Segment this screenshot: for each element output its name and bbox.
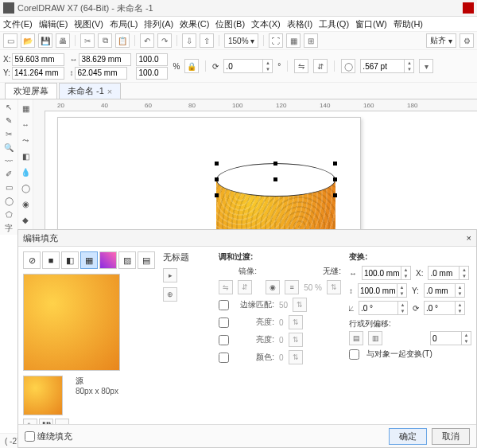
polygon-tool-icon[interactable]: ⬠ bbox=[2, 208, 16, 220]
opacity-stepper[interactable]: ⇅ bbox=[327, 280, 341, 294]
rotation-input[interactable]: ▲▼ bbox=[223, 59, 273, 73]
menu-help[interactable]: 帮助(H) bbox=[394, 18, 423, 30]
freehand-tool-icon[interactable]: 〰 bbox=[2, 155, 16, 167]
snap-icon[interactable]: ⊞ bbox=[304, 33, 318, 48]
undo-icon[interactable]: ↶ bbox=[140, 33, 154, 48]
menu-window[interactable]: 窗口(W) bbox=[355, 18, 387, 30]
mirror-v-icon[interactable]: ⇵ bbox=[238, 280, 252, 294]
handle[interactable] bbox=[215, 177, 219, 181]
handle[interactable] bbox=[333, 162, 337, 166]
fill-preview[interactable] bbox=[23, 274, 120, 371]
new-icon[interactable]: ▭ bbox=[3, 33, 17, 48]
handle[interactable] bbox=[333, 193, 337, 197]
transform-x[interactable]: ▲▼ bbox=[428, 266, 469, 280]
add-preset-icon[interactable]: ⊕ bbox=[163, 287, 177, 302]
transform-rotate[interactable]: ▲▼ bbox=[424, 301, 465, 315]
source-more-icon[interactable]: ⋯ bbox=[55, 419, 69, 424]
print-icon[interactable]: 🖶 bbox=[56, 33, 70, 48]
postscript-fill-icon[interactable]: ▨ bbox=[118, 251, 136, 269]
col-offset-icon[interactable]: ▥ bbox=[368, 331, 382, 345]
export-icon[interactable]: ⇧ bbox=[200, 33, 214, 48]
color-checkbox[interactable] bbox=[219, 353, 229, 363]
flyout-icon[interactable]: ▸ bbox=[163, 268, 177, 282]
winding-checkbox[interactable] bbox=[25, 431, 35, 442]
gradient-fill-icon[interactable]: ◧ bbox=[61, 251, 79, 269]
scale-y-input[interactable] bbox=[136, 67, 168, 80]
transform-height[interactable]: ▲▼ bbox=[358, 283, 407, 298]
open-icon[interactable]: 📂 bbox=[21, 33, 35, 48]
cylinder-object[interactable] bbox=[216, 163, 335, 235]
mirror-v-icon[interactable]: ⇵ bbox=[313, 59, 328, 73]
brightness2-stepper[interactable]: ⇅ bbox=[289, 333, 303, 347]
import-icon[interactable]: ⇩ bbox=[182, 33, 196, 48]
ok-button[interactable]: 确定 bbox=[389, 428, 427, 445]
transform-with-object-checkbox[interactable] bbox=[349, 349, 359, 360]
source-save-icon[interactable]: 💾 bbox=[39, 419, 53, 424]
fill-source-preview[interactable] bbox=[23, 376, 63, 415]
row-offset-icon[interactable]: ▤ bbox=[349, 331, 363, 345]
seamless-radial-icon[interactable]: ◉ bbox=[266, 280, 280, 294]
solid-fill-icon[interactable]: ■ bbox=[42, 251, 60, 269]
bitmap-fill-icon[interactable]: ▤ bbox=[138, 251, 155, 269]
mirror-h-icon[interactable]: ⇋ bbox=[294, 59, 308, 73]
connector-tool-icon[interactable]: ⤳ bbox=[18, 133, 33, 147]
mirror-h-icon[interactable]: ⇋ bbox=[219, 280, 233, 294]
canvas[interactable]: 20 40 60 80 100 120 140 160 180 bbox=[33, 99, 477, 235]
menu-bitmap[interactable]: 位图(B) bbox=[215, 18, 245, 30]
grid-icon[interactable]: ▦ bbox=[286, 33, 301, 48]
rectangle-tool-icon[interactable]: ▭ bbox=[2, 181, 16, 193]
menu-text[interactable]: 文本(X) bbox=[251, 18, 281, 30]
handle[interactable] bbox=[215, 162, 219, 166]
outline-width[interactable]: ▲▼ bbox=[360, 59, 414, 73]
menu-effects[interactable]: 效果(C) bbox=[180, 18, 209, 30]
menu-table[interactable]: 表格(I) bbox=[287, 18, 312, 30]
y-input[interactable] bbox=[12, 67, 64, 80]
edge-stepper[interactable]: ⇅ bbox=[293, 298, 307, 312]
shape-tool-icon[interactable]: ✎ bbox=[2, 115, 16, 127]
interactive-tool-icon[interactable]: ◧ bbox=[18, 149, 33, 163]
transform-width[interactable]: ▲▼ bbox=[362, 266, 411, 280]
eyedropper-tool-icon[interactable]: 💧 bbox=[18, 165, 33, 179]
interactive-fill-icon[interactable]: ◆ bbox=[18, 212, 33, 227]
handle[interactable] bbox=[215, 193, 219, 197]
fill-tool-icon[interactable]: ◉ bbox=[18, 197, 33, 211]
text-tool-icon[interactable]: 字 bbox=[2, 222, 16, 235]
handle[interactable] bbox=[333, 177, 337, 181]
pattern-fill-icon[interactable]: ▦ bbox=[80, 251, 98, 269]
x-input[interactable] bbox=[12, 53, 64, 66]
height-input[interactable] bbox=[75, 67, 127, 80]
chevron-down-icon[interactable]: ▾ bbox=[419, 59, 433, 73]
copy-icon[interactable]: ⧉ bbox=[98, 33, 112, 48]
winding-fill-option[interactable]: 缠绕填充 bbox=[25, 430, 72, 442]
paste-icon[interactable]: 📋 bbox=[115, 33, 130, 48]
tab-welcome[interactable]: 欢迎屏幕 bbox=[5, 83, 57, 99]
fullscreen-icon[interactable]: ⛶ bbox=[269, 33, 283, 48]
table-tool-icon[interactable]: ▦ bbox=[18, 101, 33, 115]
close-icon[interactable]: × bbox=[467, 233, 471, 243]
outline-tool-icon[interactable]: ◯ bbox=[18, 181, 33, 195]
color-stepper[interactable]: ⇅ bbox=[289, 350, 303, 364]
menu-layout[interactable]: 布局(L) bbox=[110, 18, 138, 30]
no-fill-icon[interactable]: ⊘ bbox=[23, 251, 41, 269]
redo-icon[interactable]: ↷ bbox=[157, 33, 172, 48]
handle[interactable] bbox=[273, 177, 277, 181]
brightness2-checkbox[interactable] bbox=[219, 335, 229, 345]
menu-tools[interactable]: 工具(Q) bbox=[319, 18, 349, 30]
source-edit-icon[interactable]: ✎ bbox=[23, 419, 37, 424]
tab-document[interactable]: 未命名 -1× bbox=[59, 83, 121, 99]
scale-x-input[interactable] bbox=[136, 53, 168, 66]
cut-icon[interactable]: ✂ bbox=[80, 33, 95, 48]
menu-edit[interactable]: 编辑(E) bbox=[39, 18, 68, 30]
brightness1-checkbox[interactable] bbox=[219, 317, 229, 328]
options-icon[interactable]: ⚙ bbox=[460, 33, 474, 48]
transform-skew[interactable]: ▲▼ bbox=[359, 301, 408, 315]
save-icon[interactable]: 💾 bbox=[38, 33, 52, 48]
edge-checkbox[interactable] bbox=[219, 300, 229, 310]
width-input[interactable] bbox=[79, 53, 131, 66]
menu-file[interactable]: 文件(E) bbox=[3, 18, 33, 30]
dimension-tool-icon[interactable]: ↔ bbox=[18, 117, 33, 131]
seamless-linear-icon[interactable]: ≡ bbox=[285, 280, 299, 294]
offset-value[interactable]: ▲▼ bbox=[430, 331, 471, 345]
menu-arrange[interactable]: 排列(A) bbox=[144, 18, 173, 30]
transform-y[interactable]: ▲▼ bbox=[424, 283, 465, 298]
